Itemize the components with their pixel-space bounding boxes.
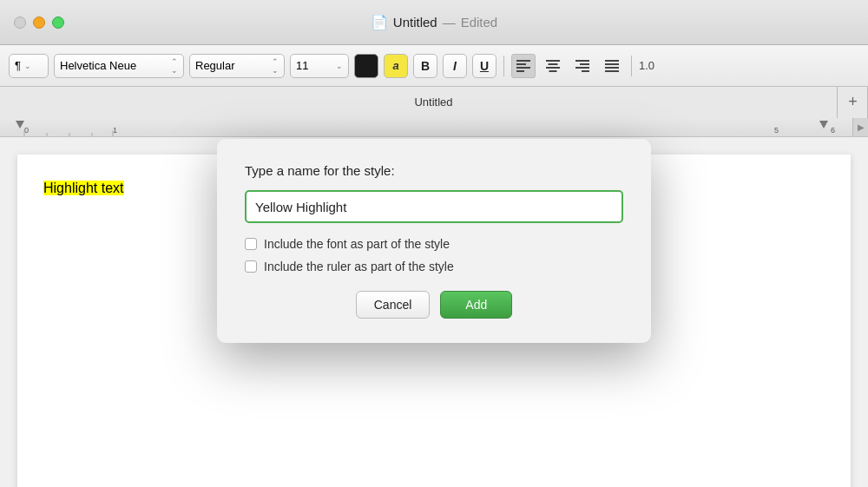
align-center-icon xyxy=(546,60,560,72)
svg-rect-12 xyxy=(605,60,619,62)
font-style-value: Regular xyxy=(195,59,268,72)
paragraph-chevron-icon: ⌄ xyxy=(24,62,31,70)
align-justify-button[interactable] xyxy=(600,54,624,78)
title-bar-center: 📄 Untitled — Edited xyxy=(371,14,497,30)
maximize-button[interactable] xyxy=(52,16,64,29)
include-font-row: Include the font as part of the style xyxy=(245,237,623,251)
include-ruler-label: Include the ruler as part of the style xyxy=(264,260,454,273)
svg-rect-0 xyxy=(516,60,530,62)
line-spacing-value[interactable]: 1.0 xyxy=(639,59,654,72)
title-bar: 📄 Untitled — Edited xyxy=(0,0,868,45)
include-font-checkbox[interactable] xyxy=(245,238,257,250)
highlight-color-button[interactable]: a xyxy=(384,54,408,78)
align-center-button[interactable] xyxy=(541,54,565,78)
font-name-value: Helvetica Neue xyxy=(60,59,168,72)
toolbar-separator-1 xyxy=(503,56,504,76)
svg-rect-7 xyxy=(549,70,557,72)
svg-rect-6 xyxy=(546,67,560,69)
font-style-select[interactable]: Regular ⌃⌄ xyxy=(189,54,285,78)
svg-rect-15 xyxy=(605,70,619,72)
text-color-button[interactable] xyxy=(354,54,378,78)
svg-rect-4 xyxy=(546,60,560,62)
document-icon: 📄 xyxy=(371,14,388,30)
include-font-label: Include the font as part of the style xyxy=(264,237,450,251)
dialog-overlay: Type a name for the style: Include the f… xyxy=(0,87,868,487)
include-ruler-checkbox[interactable] xyxy=(245,260,257,273)
svg-rect-5 xyxy=(549,63,558,65)
svg-rect-13 xyxy=(605,63,619,65)
title-edited-status: Edited xyxy=(461,15,498,30)
align-justify-icon xyxy=(605,60,619,72)
svg-rect-10 xyxy=(575,67,589,69)
font-size-chevron-icon: ⌄ xyxy=(336,62,343,70)
svg-rect-3 xyxy=(516,70,524,72)
style-name-dialog: Type a name for the style: Include the f… xyxy=(217,139,651,343)
svg-rect-11 xyxy=(582,70,589,72)
underline-button[interactable]: U xyxy=(472,54,496,78)
paragraph-style-value: ¶ xyxy=(15,59,21,72)
align-right-icon xyxy=(575,60,589,72)
cancel-button[interactable]: Cancel xyxy=(356,291,431,319)
document-title: Untitled xyxy=(393,15,437,30)
toolbar: ¶ ⌄ Helvetica Neue ⌃⌄ Regular ⌃⌄ 11 ⌄ a … xyxy=(0,45,868,87)
svg-rect-8 xyxy=(575,60,589,62)
align-right-button[interactable] xyxy=(570,54,595,78)
window-controls xyxy=(14,16,64,29)
toolbar-separator-2 xyxy=(631,56,632,76)
font-size-value: 11 xyxy=(296,59,332,72)
highlight-color-label: a xyxy=(392,59,398,72)
style-name-input[interactable] xyxy=(245,190,623,223)
include-ruler-row: Include the ruler as part of the style xyxy=(245,260,623,273)
title-dash: — xyxy=(443,15,456,30)
svg-rect-9 xyxy=(580,63,589,65)
svg-rect-14 xyxy=(605,67,619,69)
font-name-select[interactable]: Helvetica Neue ⌃⌄ xyxy=(54,54,184,78)
bold-button[interactable]: B xyxy=(413,54,437,78)
font-size-select[interactable]: 11 ⌄ xyxy=(290,54,349,78)
align-left-button[interactable] xyxy=(511,54,536,78)
svg-rect-2 xyxy=(516,67,530,69)
font-name-chevron-icon: ⌃⌄ xyxy=(171,57,178,75)
minimize-button[interactable] xyxy=(33,16,45,29)
dialog-buttons: Cancel Add xyxy=(245,291,623,319)
font-style-chevron-icon: ⌃⌄ xyxy=(272,57,279,75)
paragraph-style-select[interactable]: ¶ ⌄ xyxy=(9,54,49,78)
add-button[interactable]: Add xyxy=(440,291,512,319)
svg-rect-1 xyxy=(516,63,526,65)
dialog-title: Type a name for the style: xyxy=(245,163,623,178)
close-button[interactable] xyxy=(14,16,26,29)
align-left-icon xyxy=(516,60,530,72)
italic-button[interactable]: I xyxy=(443,54,467,78)
